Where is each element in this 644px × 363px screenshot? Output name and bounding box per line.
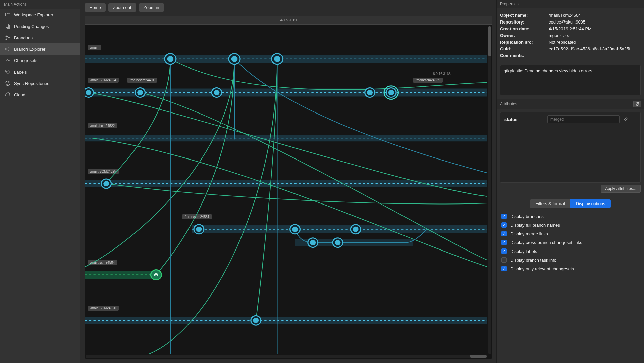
svg-point-3 bbox=[6, 39, 7, 40]
branch-explorer-icon bbox=[5, 46, 11, 52]
attributes-header: Attributes bbox=[500, 102, 517, 106]
sidebar-item-branch-explorer[interactable]: Branch Explorer bbox=[0, 43, 80, 55]
prop-value-creation-date: 4/15/2019 2:51:44 PM bbox=[549, 26, 641, 31]
checkbox-icon bbox=[501, 257, 507, 263]
sidebar-item-workspace-explorer[interactable]: Workspace Explorer bbox=[0, 9, 80, 20]
main-area: Home Zoom out Zoom in 4/17/2019 /main /m… bbox=[80, 0, 496, 363]
option-display-labels[interactable]: ✓Display labels bbox=[501, 247, 639, 256]
sidebar-item-label: Pending Changes bbox=[14, 24, 49, 29]
prop-value-replication: Not replicated bbox=[549, 40, 641, 45]
zoom-out-button[interactable]: Zoom out bbox=[108, 3, 136, 12]
checkbox-icon: ✓ bbox=[501, 231, 507, 236]
svg-point-51 bbox=[310, 240, 316, 245]
option-display-branch-task-info[interactable]: Display branch task info bbox=[501, 256, 639, 264]
sidebar-item-label: Cloud bbox=[14, 92, 25, 97]
toolbar: Home Zoom out Zoom in bbox=[80, 0, 496, 14]
svg-rect-1 bbox=[7, 25, 10, 29]
folder-icon bbox=[5, 12, 11, 18]
sidebar-item-label: Sync Repositories bbox=[14, 81, 49, 86]
svg-point-41 bbox=[388, 90, 394, 95]
prop-label-guid: Guid: bbox=[500, 46, 549, 51]
graph-vertical-scrollbar[interactable] bbox=[488, 26, 491, 354]
view-tabs: Filters & format Display options bbox=[497, 197, 644, 210]
sidebar-item-cloud[interactable]: Cloud bbox=[0, 89, 80, 100]
attribute-value-input[interactable] bbox=[547, 115, 620, 123]
prop-label-creation-date: Creation date: bbox=[500, 26, 549, 31]
svg-point-56 bbox=[253, 318, 259, 323]
cloud-icon bbox=[5, 92, 11, 98]
sidebar-item-branches[interactable]: Branches bbox=[0, 32, 80, 43]
sidebar: Main Actions Workspace Explorer Pending … bbox=[0, 0, 80, 363]
tab-display-options[interactable]: Display options bbox=[570, 199, 610, 208]
svg-point-5 bbox=[5, 49, 6, 50]
sidebar-header: Main Actions bbox=[0, 0, 80, 9]
option-display-full-branch-names[interactable]: ✓Display full branch names bbox=[501, 221, 639, 229]
properties-header: Properties bbox=[497, 0, 644, 8]
sidebar-item-pending-changes[interactable]: Pending Changes bbox=[0, 20, 80, 32]
svg-point-38 bbox=[367, 90, 373, 95]
prop-label-owner: Owner: bbox=[500, 33, 549, 38]
properties-section: Object name:/main/scm24504 Repository:co… bbox=[497, 8, 644, 64]
svg-point-30 bbox=[274, 56, 280, 62]
zoom-in-button[interactable]: Zoom in bbox=[139, 3, 164, 12]
attribute-key: status bbox=[504, 117, 545, 122]
svg-point-8 bbox=[7, 60, 9, 61]
option-display-cross-branch-links[interactable]: ✓Display cross-branch changeset links bbox=[501, 238, 639, 247]
svg-point-6 bbox=[9, 47, 10, 48]
svg-point-28 bbox=[231, 56, 237, 62]
comments-box[interactable]: gtkplastic: Pending changes view hides e… bbox=[500, 65, 641, 95]
graph-horizontal-scrollbar[interactable] bbox=[86, 355, 487, 358]
checkbox-icon: ✓ bbox=[501, 214, 507, 219]
sidebar-item-label: Branches bbox=[14, 35, 33, 40]
svg-point-9 bbox=[7, 71, 7, 72]
apply-attributes-button[interactable]: Apply attributes... bbox=[601, 185, 641, 193]
svg-point-36 bbox=[214, 90, 219, 95]
prop-value-guid: ec17e592-d9ac-4536-b6cd-3a20aab5a25f bbox=[549, 46, 641, 51]
refresh-attributes-button[interactable] bbox=[633, 101, 641, 107]
sidebar-item-changesets[interactable]: Changesets bbox=[0, 55, 80, 66]
graph-date-header: 4/17/2019 bbox=[85, 16, 492, 25]
option-display-merge-links[interactable]: ✓Display merge links bbox=[501, 229, 639, 238]
svg-point-7 bbox=[9, 50, 10, 51]
sidebar-item-label: Changesets bbox=[14, 58, 37, 63]
svg-point-4 bbox=[9, 37, 10, 38]
sidebar-item-label: Workspace Explorer bbox=[14, 12, 53, 17]
svg-point-43 bbox=[103, 181, 109, 186]
prop-label-comments: Comments: bbox=[500, 53, 549, 58]
home-button[interactable]: Home bbox=[85, 3, 106, 12]
option-display-branches[interactable]: ✓Display branches bbox=[501, 212, 639, 221]
branches-icon bbox=[5, 35, 11, 41]
sidebar-item-labels[interactable]: Labels bbox=[0, 66, 80, 78]
prop-label-object-name: Object name: bbox=[500, 13, 549, 18]
svg-point-47 bbox=[292, 227, 298, 232]
svg-point-45 bbox=[196, 227, 202, 232]
graph-canvas[interactable] bbox=[85, 26, 487, 354]
checkbox-icon: ✓ bbox=[501, 222, 507, 228]
option-display-only-relevant-changesets[interactable]: ✓Display only relevant changesets bbox=[501, 264, 639, 273]
svg-point-54 bbox=[151, 270, 161, 280]
tab-filters-format[interactable]: Filters & format bbox=[530, 199, 570, 208]
changesets-icon bbox=[5, 57, 11, 63]
prop-label-repository: Repository: bbox=[500, 19, 549, 25]
labels-icon bbox=[5, 69, 11, 75]
files-icon bbox=[5, 23, 11, 29]
right-panel: Properties Object name:/main/scm24504 Re… bbox=[496, 0, 644, 363]
prop-value-object-name: /main/scm24504 bbox=[549, 13, 641, 18]
svg-point-2 bbox=[6, 36, 7, 37]
sync-icon bbox=[5, 80, 11, 86]
checkbox-icon: ✓ bbox=[501, 248, 507, 254]
sidebar-item-label: Branch Explorer bbox=[14, 47, 45, 52]
delete-attribute-button[interactable] bbox=[632, 116, 638, 123]
svg-point-34 bbox=[137, 90, 143, 95]
checkbox-icon: ✓ bbox=[501, 266, 507, 271]
svg-point-53 bbox=[335, 240, 340, 245]
branch-graph[interactable]: 4/17/2019 /main /main/SCM24524 /main/scm… bbox=[85, 16, 492, 359]
svg-point-32 bbox=[86, 90, 91, 95]
attribute-row: status bbox=[500, 112, 640, 126]
svg-rect-0 bbox=[6, 24, 9, 28]
edit-attribute-button[interactable] bbox=[622, 116, 629, 123]
sidebar-item-sync-repositories[interactable]: Sync Repositories bbox=[0, 78, 80, 89]
attributes-body: status bbox=[500, 112, 641, 183]
prop-value-repository: codice@skull:9095 bbox=[549, 19, 641, 25]
svg-point-49 bbox=[353, 227, 359, 232]
